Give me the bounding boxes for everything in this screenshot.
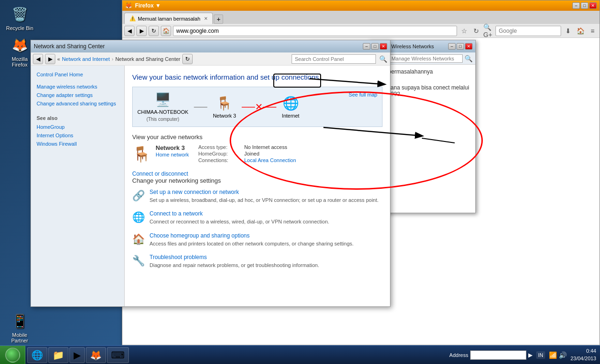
- cp-minimize-btn[interactable]: –: [363, 43, 370, 50]
- new-tab-btn[interactable]: +: [214, 15, 223, 24]
- active-networks-title: View your active networks: [132, 134, 382, 141]
- mobile-partner-image: 📱: [10, 312, 29, 330]
- star-btn[interactable]: ☆: [459, 26, 469, 36]
- firefox-active-tab[interactable]: ⚠️ Memuat laman bermasalah ✕: [124, 13, 213, 24]
- access-label: Access type:: [198, 144, 240, 150]
- troubleshoot-content: Troubleshoot problems Diagnose and repai…: [150, 254, 319, 269]
- computer-sub: (This computer): [146, 117, 179, 122]
- homegroup-row: HomeGroup: Joined: [198, 151, 296, 156]
- firefox-title-icon: 🦊: [125, 2, 132, 9]
- back-btn[interactable]: ◀: [124, 26, 135, 36]
- cp-search-btn[interactable]: 🔍: [378, 54, 388, 64]
- network-card: 🪑 Network 3 Home network Access type: No…: [132, 144, 382, 164]
- taskbar-explorer[interactable]: 📁: [48, 347, 68, 363]
- taskbar-media[interactable]: ▶: [69, 347, 85, 363]
- troubleshoot-desc: Diagnose and repair network problems, or…: [150, 262, 319, 268]
- network-name: Network 3: [156, 144, 189, 151]
- firefox-search-input[interactable]: [495, 26, 561, 36]
- connect-network-link[interactable]: Connect to a network: [150, 210, 329, 217]
- sidebar-control-panel-home[interactable]: Control Panel Home: [31, 70, 124, 79]
- network-type-link[interactable]: Home network: [156, 152, 189, 157]
- settings-section-title: Change your networking settings: [132, 177, 382, 184]
- see-full-map-link[interactable]: See full map: [349, 92, 377, 97]
- wn-maximize-btn[interactable]: □: [457, 43, 464, 50]
- forward-btn[interactable]: ▶: [136, 26, 147, 36]
- menu-btn[interactable]: ≡: [587, 26, 598, 36]
- cp-maximize-btn[interactable]: □: [371, 43, 379, 50]
- firefox-titlebar: 🦊 Firefox ▼ – □ ✕: [122, 0, 600, 11]
- cp-close-btn[interactable]: ✕: [380, 43, 387, 50]
- google-icon: 🔍 G+: [483, 26, 494, 36]
- refresh-btn[interactable]: ↻: [149, 26, 159, 36]
- cp-window-controls: – □ ✕: [363, 43, 387, 50]
- troubleshoot-link[interactable]: Troubleshoot problems: [150, 254, 319, 260]
- cp-back-btn[interactable]: ◀: [33, 54, 43, 64]
- home-btn[interactable]: 🏠: [161, 26, 171, 36]
- connect-disconnect-link[interactable]: Connect or disconnect: [132, 171, 188, 177]
- connections-value[interactable]: Local Area Connection: [244, 157, 296, 163]
- new-connection-desc: Set up a wireless, broadband, dial-up, a…: [150, 197, 379, 203]
- sidebar-change-adapter[interactable]: Change adapter settings: [31, 91, 124, 99]
- firefox-window-controls: – □ ✕: [572, 2, 597, 9]
- internet-label: Internet: [282, 113, 299, 119]
- taskbar-firefox-app[interactable]: 🦊: [86, 347, 106, 363]
- sidebar-change-advanced[interactable]: Change advanced sharing settings: [31, 99, 124, 108]
- taskbar-address-input[interactable]: [470, 350, 526, 360]
- wn-search-icon[interactable]: 🔍: [465, 55, 472, 62]
- connect-network-desc: Connect or reconnect to a wireless, wire…: [150, 219, 329, 224]
- recycle-bin-icon[interactable]: 🗑️ Recycle Bin: [5, 5, 35, 31]
- address-bar[interactable]: [173, 26, 457, 36]
- network-diagram: 🖥️ CHIMAA-NOTEBOOK (This computer) ── 🪑 …: [132, 87, 382, 127]
- troubleshoot-icon: 🔧: [132, 255, 145, 269]
- network-label: Network 3: [213, 113, 236, 119]
- taskbar-clock[interactable]: 0:44 23/04/2013: [570, 348, 596, 362]
- sidebar-windows-firewall[interactable]: Windows Firewall: [31, 140, 124, 148]
- cp-sidebar: Control Panel Home Manage wireless netwo…: [31, 66, 125, 306]
- download-btn[interactable]: ⬇: [563, 26, 573, 36]
- homegroup-link[interactable]: Choose homegroup and sharing options: [150, 232, 353, 239]
- firefox-title-area: 🦊 Firefox ▼: [125, 2, 161, 9]
- start-orb: [5, 348, 20, 363]
- sidebar-homegroup[interactable]: HomeGroup: [31, 123, 124, 131]
- taskbar-ie[interactable]: 🌐: [27, 347, 47, 363]
- connections-row: Connections: Local Area Connection: [198, 157, 296, 163]
- sidebar-manage-wireless[interactable]: Manage wireless networks: [31, 82, 124, 91]
- breadcrumb-network-internet[interactable]: Network and Internet: [62, 56, 110, 62]
- firefox-minimize-btn[interactable]: –: [572, 2, 580, 9]
- connections-label: Connections:: [198, 157, 240, 163]
- cp-forward-btn[interactable]: ▶: [45, 54, 55, 64]
- breadcrumb-separator: ›: [112, 56, 113, 62]
- start-button[interactable]: [0, 346, 25, 364]
- tab-close-btn[interactable]: ✕: [204, 16, 208, 21]
- taskbar-address-area: Address ▶: [450, 350, 532, 360]
- firefox-tab-bar: ⚠️ Memuat laman bermasalah ✕ +: [122, 11, 600, 24]
- taskbar-language[interactable]: IN: [536, 351, 545, 359]
- homegroup-desc: Access files and printers located on oth…: [150, 241, 353, 246]
- firefox-maximize-btn[interactable]: □: [581, 2, 588, 9]
- firefox-close-btn[interactable]: ✕: [589, 2, 597, 9]
- mobile-partner-icon[interactable]: 📱 Mobile Partner: [5, 312, 35, 343]
- access-type-row: Access type: No Internet access: [198, 144, 296, 150]
- cp-main-title: View your basic network information and …: [132, 73, 382, 81]
- refresh-nav-btn[interactable]: ↻: [471, 26, 481, 36]
- new-connection-icon: 🔗: [132, 190, 145, 204]
- cp-search-input[interactable]: [292, 54, 376, 64]
- cp-sidebar-see-also: See also HomeGroup Internet Options Wind…: [31, 113, 124, 148]
- taskbar-go-btn[interactable]: ▶: [528, 352, 532, 358]
- cp-body: Control Panel Home Manage wireless netwo…: [31, 66, 390, 306]
- recycle-bin-image: 🗑️: [10, 5, 29, 23]
- sidebar-internet-options[interactable]: Internet Options: [31, 131, 124, 140]
- firefox-home-btn[interactable]: 🏠: [575, 26, 585, 36]
- cp-title-text: Network and Sharing Center: [34, 43, 105, 50]
- wn-window-controls: – □ ✕: [448, 43, 472, 50]
- homegroup-content: Choose homegroup and sharing options Acc…: [150, 232, 353, 247]
- taskbar-keyboard[interactable]: ⌨: [107, 347, 129, 363]
- wn-close-btn[interactable]: ✕: [465, 43, 472, 50]
- new-connection-link[interactable]: Set up a new connection or network: [150, 189, 379, 195]
- wn-minimize-btn[interactable]: –: [448, 43, 456, 50]
- cp-refresh-btn[interactable]: ↻: [182, 54, 193, 64]
- arrow-1: ──: [194, 102, 207, 112]
- cp-navbar: ◀ ▶ « Network and Internet › Network and…: [31, 52, 390, 66]
- taskbar-right: Address ▶ IN 📶 🔊 0:44 23/04/2013: [450, 348, 600, 362]
- breadcrumb-current: Network and Sharing Center: [115, 56, 180, 62]
